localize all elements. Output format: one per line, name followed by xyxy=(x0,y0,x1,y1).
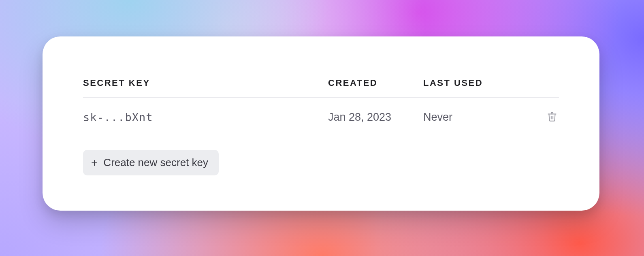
plus-icon: + xyxy=(91,157,98,169)
api-keys-card: SECRET KEY CREATED LAST USED sk-...bXnt … xyxy=(43,36,599,211)
table-header-row: SECRET KEY CREATED LAST USED xyxy=(83,78,559,98)
cell-created: Jan 28, 2023 xyxy=(328,98,423,125)
header-actions xyxy=(537,78,559,98)
header-created: CREATED xyxy=(328,78,423,98)
table-row: sk-...bXnt Jan 28, 2023 Never xyxy=(83,98,559,125)
cell-secret-key: sk-...bXnt xyxy=(83,98,328,125)
header-secret-key: SECRET KEY xyxy=(83,78,328,98)
create-new-secret-key-button[interactable]: + Create new secret key xyxy=(83,150,219,175)
header-last-used: LAST USED xyxy=(423,78,537,98)
create-button-label: Create new secret key xyxy=(103,156,208,169)
cell-last-used: Never xyxy=(423,98,537,125)
trash-icon xyxy=(547,111,557,122)
cell-actions xyxy=(537,98,559,125)
api-keys-table: SECRET KEY CREATED LAST USED sk-...bXnt … xyxy=(83,78,559,125)
delete-key-button[interactable] xyxy=(545,110,559,124)
